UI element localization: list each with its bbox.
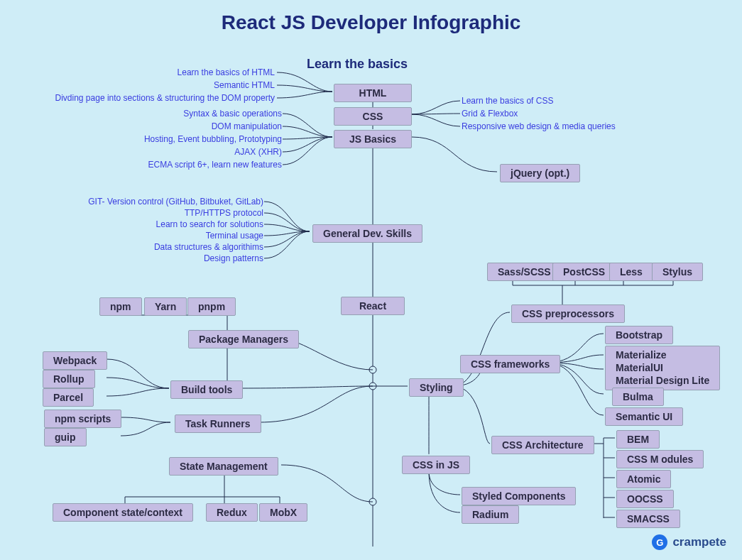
tip-css-3: Responsive web design & media queries xyxy=(462,121,616,131)
node-guip: guip xyxy=(44,428,87,446)
tip-gd-6: Design patterns xyxy=(204,253,263,263)
svg-point-4 xyxy=(369,383,376,390)
node-stylus: Stylus xyxy=(652,263,703,281)
node-statemgmt: State Management xyxy=(169,457,278,476)
tip-html-2: Semantic HTML xyxy=(214,80,275,90)
tip-gd-3: Learn to search for solutions xyxy=(156,219,263,229)
node-jsbasics: JS Basics xyxy=(334,130,412,148)
node-npm: npm xyxy=(99,297,142,316)
brand-text: crampete xyxy=(672,535,726,549)
node-smacss: SMACSS xyxy=(616,510,680,528)
node-webpack: Webpack xyxy=(43,351,107,370)
tip-css-1: Learn the basics of CSS xyxy=(462,96,553,106)
node-bem: BEM xyxy=(616,430,660,449)
svg-point-3 xyxy=(369,366,376,373)
tip-gd-4: Terminal usage xyxy=(206,231,263,241)
node-materialui: MaterialUI xyxy=(616,362,663,373)
node-gendev: General Dev. Skills xyxy=(312,224,422,243)
node-mdl: Material Design Lite xyxy=(616,375,709,386)
node-redux: Redux xyxy=(206,503,258,522)
tip-js-1: Syntax & basic operations xyxy=(183,109,282,119)
page-title: React JS Developer Infographic xyxy=(0,11,742,34)
tip-gd-1: GIT- Version control (GitHub, Bitbuket, … xyxy=(88,197,263,207)
tip-gd-2: TTP/HTTPS protocol xyxy=(185,208,263,218)
node-material-group: MaterializeMaterialUIMaterial Design Lit… xyxy=(605,346,720,390)
node-styledcomp: Styled Components xyxy=(462,487,576,505)
node-radium: Radium xyxy=(462,505,519,524)
node-atomic: Atomic xyxy=(616,470,671,488)
tip-css-2: Grid & Flexbox xyxy=(462,109,518,119)
node-cssfw: CSS frameworks xyxy=(460,355,560,373)
node-semui: Semantic UI xyxy=(605,407,683,426)
node-csspre: CSS preprocessors xyxy=(511,304,625,323)
node-styling: Styling xyxy=(409,378,464,397)
tip-js-3: Hosting, Event bubbling, Prototyping xyxy=(144,134,282,144)
node-compstate: Component state/context xyxy=(53,503,193,522)
tip-html-1: Learn the basics of HTML xyxy=(178,67,275,77)
svg-point-5 xyxy=(369,498,376,505)
node-buildtools: Build tools xyxy=(170,380,243,399)
node-parcel: Parcel xyxy=(43,388,94,407)
node-bulma: Bulma xyxy=(612,388,664,406)
tip-js-5: ECMA script 6+, learn new features xyxy=(148,160,282,170)
node-rollup: Rollup xyxy=(43,370,95,388)
node-taskrunners: Task Runners xyxy=(175,414,261,433)
node-cssarch: CSS Architecture xyxy=(491,436,594,454)
node-cssinjs: CSS in JS xyxy=(402,456,470,474)
node-bootstrap: Bootstrap xyxy=(605,326,673,344)
node-sass: Sass/SCSS xyxy=(487,263,562,281)
node-jquery: jQuery (opt.) xyxy=(500,164,580,182)
node-mobx: MobX xyxy=(259,503,307,522)
tip-html-3: Divding page into sections & structuring… xyxy=(55,93,275,103)
node-npmscripts: npm scripts xyxy=(44,410,121,428)
brand-icon: G xyxy=(652,534,667,550)
node-pkgmgr: Package Managers xyxy=(188,330,299,348)
tip-js-2: DOM manipulation xyxy=(212,121,282,131)
node-html: HTML xyxy=(334,84,412,102)
node-cssmod: CSS M odules xyxy=(616,450,704,468)
node-css: CSS xyxy=(334,107,412,126)
diagram-canvas: React JS Developer Infographic Learn the… xyxy=(0,0,742,560)
tip-gd-5: Data structures & algorithims xyxy=(154,242,263,252)
tip-js-4: AJAX (XHR) xyxy=(234,147,282,157)
node-postcss: PostCSS xyxy=(552,263,616,281)
section-learn-basics: Learn the basics xyxy=(307,57,408,72)
brand-logo: G crampete xyxy=(652,534,726,550)
node-materialize: Materialize xyxy=(616,349,667,361)
node-react: React xyxy=(341,297,405,315)
node-less: Less xyxy=(609,263,653,281)
node-yarn: Yarn xyxy=(144,297,187,316)
node-oocss: OOCSS xyxy=(616,490,674,508)
node-pnpm: pnpm xyxy=(187,297,236,316)
